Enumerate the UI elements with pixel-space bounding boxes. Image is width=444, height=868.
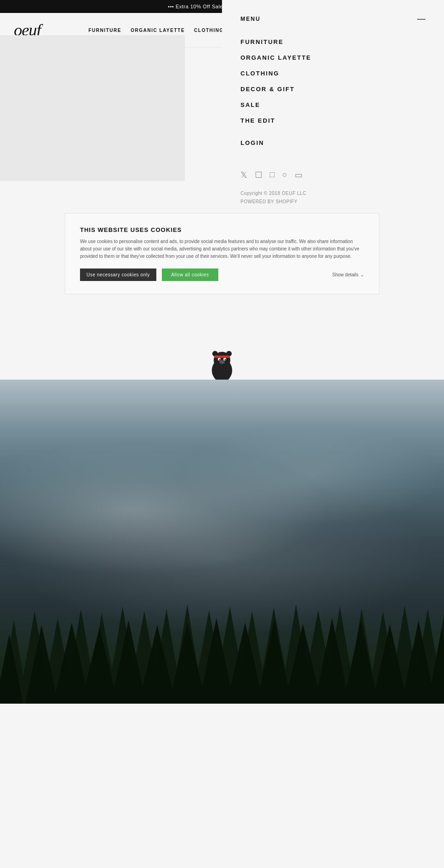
svg-point-6 [219, 359, 221, 361]
chevron-down-icon: ⌄ [360, 272, 364, 277]
use-necessary-cookies-button[interactable]: Use necessary cookies only [80, 269, 156, 281]
pinterest-icon[interactable]: ○ [282, 170, 287, 180]
svg-marker-41 [257, 619, 292, 704]
mobile-nav-organic-layette[interactable]: ORGANIC LAYETTE [240, 53, 426, 62]
svg-point-7 [225, 359, 226, 361]
menu-label: MENU [240, 16, 260, 22]
bottom-space [0, 704, 444, 868]
mobile-nav-the-edit[interactable]: THE EDIT [240, 116, 426, 125]
bear-area [0, 338, 444, 380]
instagram-icon[interactable]: ▭ [295, 170, 302, 180]
twitter-icon[interactable]: 𝕏 [240, 170, 247, 180]
mobile-nav-items: FURNITURE ORGANIC LAYETTE CLOTHING DECOR… [240, 37, 426, 125]
facebook-icon[interactable]: ☐ [255, 170, 262, 180]
forest-trees-svg [0, 528, 444, 704]
social-icons: 𝕏 ☐ □ ○ ▭ [240, 170, 426, 180]
nav-organic-layette[interactable]: ORGANIC LAYETTE [130, 28, 185, 33]
cookie-title: THIS WEBSITE USES COOKIES [80, 226, 364, 233]
svg-rect-8 [214, 356, 230, 358]
cookie-text: We use cookies to personalise content an… [80, 238, 364, 260]
show-details-button[interactable]: Show details ⌄ [332, 272, 364, 277]
footer-copyright: Copyright © 2018 OEUF LLC POWERED BY SHO… [240, 189, 426, 206]
show-details-text: Show details [332, 272, 358, 277]
nav-clothing[interactable]: CLOTHING [194, 28, 224, 33]
mobile-nav-furniture[interactable]: FURNITURE [240, 37, 426, 46]
mobile-nav-clothing[interactable]: CLOTHING [240, 69, 426, 77]
svg-point-10 [219, 360, 225, 364]
hero-image-left [0, 35, 185, 181]
allow-all-cookies-button[interactable]: Allow all cookies [162, 269, 218, 281]
close-menu-button[interactable]: — [417, 14, 426, 24]
cookie-banner: THIS WEBSITE USES COOKIES We use cookies… [65, 213, 379, 294]
powered-by-text: POWERED BY SHOPIFY [240, 198, 426, 206]
nav-furniture[interactable]: FURNITURE [88, 28, 121, 33]
mobile-nav-login[interactable]: LOGIN [240, 138, 426, 147]
mobile-nav-decor-gift[interactable]: DECOR & GIFT [240, 85, 426, 93]
mobile-nav-sale[interactable]: SALE [240, 100, 426, 109]
copyright-text: Copyright © 2018 OEUF LLC [240, 189, 426, 198]
mobile-nav-header: MENU — [240, 14, 426, 24]
cookie-actions: Use necessary cookies only Allow all coo… [80, 269, 364, 281]
vimeo-icon[interactable]: □ [270, 170, 275, 180]
forest-section [0, 380, 444, 704]
mobile-nav-overlay: MENU — FURNITURE ORGANIC LAYETTE CLOTHIN… [222, 0, 444, 220]
bear-character [206, 347, 238, 380]
